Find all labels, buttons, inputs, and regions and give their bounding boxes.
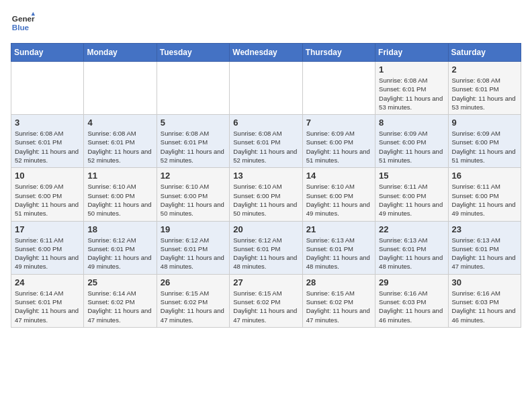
day-number: 24 (15, 277, 80, 287)
cell-info: Sunrise: 6:09 AMSunset: 6:00 PMDaylight:… (452, 129, 517, 165)
calendar-week-1: 1Sunrise: 6:08 AMSunset: 6:01 PMDaylight… (11, 62, 521, 115)
cell-info: Sunrise: 6:11 AMSunset: 6:00 PMDaylight:… (379, 182, 444, 218)
calendar-week-4: 17Sunrise: 6:11 AMSunset: 6:00 PMDayligh… (11, 221, 521, 274)
day-number: 28 (306, 277, 371, 287)
day-number: 30 (452, 277, 517, 287)
calendar-cell (302, 62, 375, 115)
cell-info: Sunrise: 6:10 AMSunset: 6:00 PMDaylight:… (161, 182, 226, 218)
calendar-cell: 25Sunrise: 6:14 AMSunset: 6:02 PMDayligh… (84, 274, 157, 327)
calendar-week-3: 10Sunrise: 6:09 AMSunset: 6:00 PMDayligh… (11, 168, 521, 221)
cell-info: Sunrise: 6:08 AMSunset: 6:01 PMDaylight:… (452, 76, 517, 111)
cell-info: Sunrise: 6:08 AMSunset: 6:01 PMDaylight:… (233, 129, 298, 165)
logo: General Blue (11, 11, 35, 35)
calendar-week-2: 3Sunrise: 6:08 AMSunset: 6:01 PMDaylight… (11, 115, 521, 168)
day-number: 11 (87, 171, 152, 181)
cell-info: Sunrise: 6:09 AMSunset: 6:00 PMDaylight:… (379, 129, 444, 165)
day-number: 23 (452, 224, 517, 234)
day-number: 21 (306, 224, 371, 234)
logo-icon: General Blue (11, 11, 35, 35)
day-number: 8 (379, 118, 444, 128)
page-header: General Blue (11, 11, 521, 35)
calendar-cell: 5Sunrise: 6:08 AMSunset: 6:01 PMDaylight… (157, 115, 229, 168)
calendar-header-row: SundayMondayTuesdayWednesdayThursdayFrid… (11, 44, 521, 62)
cell-info: Sunrise: 6:09 AMSunset: 6:00 PMDaylight:… (306, 129, 371, 165)
day-number: 7 (306, 118, 371, 128)
day-number: 25 (87, 277, 152, 287)
cell-info: Sunrise: 6:09 AMSunset: 6:00 PMDaylight:… (15, 182, 80, 218)
day-number: 18 (87, 224, 152, 234)
day-number: 4 (87, 118, 152, 128)
calendar-cell: 7Sunrise: 6:09 AMSunset: 6:00 PMDaylight… (302, 115, 375, 168)
cell-info: Sunrise: 6:13 AMSunset: 6:01 PMDaylight:… (379, 236, 444, 271)
cell-info: Sunrise: 6:10 AMSunset: 6:00 PMDaylight:… (87, 182, 152, 218)
day-number: 9 (452, 118, 517, 128)
calendar-cell: 12Sunrise: 6:10 AMSunset: 6:00 PMDayligh… (157, 168, 229, 221)
weekday-header-thursday: Thursday (302, 44, 375, 62)
day-number: 12 (161, 171, 226, 181)
calendar-cell: 29Sunrise: 6:16 AMSunset: 6:03 PMDayligh… (375, 274, 448, 327)
cell-info: Sunrise: 6:11 AMSunset: 6:00 PMDaylight:… (452, 182, 517, 218)
cell-info: Sunrise: 6:15 AMSunset: 6:02 PMDaylight:… (161, 289, 226, 324)
calendar-cell: 23Sunrise: 6:13 AMSunset: 6:01 PMDayligh… (448, 221, 521, 274)
calendar-cell: 6Sunrise: 6:08 AMSunset: 6:01 PMDaylight… (230, 115, 302, 168)
cell-info: Sunrise: 6:08 AMSunset: 6:01 PMDaylight:… (379, 76, 444, 111)
calendar-cell: 16Sunrise: 6:11 AMSunset: 6:00 PMDayligh… (448, 168, 521, 221)
calendar-cell: 1Sunrise: 6:08 AMSunset: 6:01 PMDaylight… (375, 62, 448, 115)
cell-info: Sunrise: 6:15 AMSunset: 6:02 PMDaylight:… (233, 289, 298, 324)
cell-info: Sunrise: 6:13 AMSunset: 6:01 PMDaylight:… (452, 236, 517, 271)
calendar-cell (230, 62, 302, 115)
calendar-cell: 24Sunrise: 6:14 AMSunset: 6:01 PMDayligh… (11, 274, 84, 327)
calendar-cell: 4Sunrise: 6:08 AMSunset: 6:01 PMDaylight… (84, 115, 157, 168)
day-number: 2 (452, 64, 517, 75)
calendar-cell: 13Sunrise: 6:10 AMSunset: 6:00 PMDayligh… (230, 168, 302, 221)
cell-info: Sunrise: 6:14 AMSunset: 6:01 PMDaylight:… (15, 289, 80, 324)
weekday-header-tuesday: Tuesday (157, 44, 229, 62)
day-number: 16 (452, 171, 517, 181)
calendar-cell: 8Sunrise: 6:09 AMSunset: 6:00 PMDaylight… (375, 115, 448, 168)
cell-info: Sunrise: 6:08 AMSunset: 6:01 PMDaylight:… (15, 129, 80, 165)
calendar-cell (11, 62, 84, 115)
day-number: 3 (15, 118, 80, 128)
day-number: 14 (306, 171, 371, 181)
day-number: 5 (161, 118, 226, 128)
day-number: 6 (233, 118, 298, 128)
day-number: 29 (379, 277, 444, 287)
cell-info: Sunrise: 6:10 AMSunset: 6:00 PMDaylight:… (306, 182, 371, 218)
weekday-header-sunday: Sunday (11, 44, 84, 62)
weekday-header-monday: Monday (84, 44, 157, 62)
calendar-cell: 18Sunrise: 6:12 AMSunset: 6:01 PMDayligh… (84, 221, 157, 274)
calendar-cell: 28Sunrise: 6:15 AMSunset: 6:02 PMDayligh… (302, 274, 375, 327)
day-number: 20 (233, 224, 298, 234)
cell-info: Sunrise: 6:11 AMSunset: 6:00 PMDaylight:… (15, 236, 80, 271)
cell-info: Sunrise: 6:14 AMSunset: 6:02 PMDaylight:… (87, 289, 152, 324)
weekday-header-wednesday: Wednesday (230, 44, 302, 62)
calendar-cell (84, 62, 157, 115)
weekday-header-friday: Friday (375, 44, 448, 62)
day-number: 17 (15, 224, 80, 234)
cell-info: Sunrise: 6:08 AMSunset: 6:01 PMDaylight:… (161, 129, 226, 165)
calendar-cell: 17Sunrise: 6:11 AMSunset: 6:00 PMDayligh… (11, 221, 84, 274)
calendar-cell: 14Sunrise: 6:10 AMSunset: 6:00 PMDayligh… (302, 168, 375, 221)
day-number: 22 (379, 224, 444, 234)
weekday-header-saturday: Saturday (448, 44, 521, 62)
calendar-cell: 2Sunrise: 6:08 AMSunset: 6:01 PMDaylight… (448, 62, 521, 115)
calendar-cell: 3Sunrise: 6:08 AMSunset: 6:01 PMDaylight… (11, 115, 84, 168)
calendar-cell: 10Sunrise: 6:09 AMSunset: 6:00 PMDayligh… (11, 168, 84, 221)
calendar-cell: 21Sunrise: 6:13 AMSunset: 6:01 PMDayligh… (302, 221, 375, 274)
cell-info: Sunrise: 6:12 AMSunset: 6:01 PMDaylight:… (87, 236, 152, 271)
day-number: 19 (161, 224, 226, 234)
calendar-cell: 9Sunrise: 6:09 AMSunset: 6:00 PMDaylight… (448, 115, 521, 168)
calendar-cell: 20Sunrise: 6:12 AMSunset: 6:01 PMDayligh… (230, 221, 302, 274)
cell-info: Sunrise: 6:13 AMSunset: 6:01 PMDaylight:… (306, 236, 371, 271)
day-number: 27 (233, 277, 298, 287)
cell-info: Sunrise: 6:12 AMSunset: 6:01 PMDaylight:… (233, 236, 298, 271)
calendar-cell: 22Sunrise: 6:13 AMSunset: 6:01 PMDayligh… (375, 221, 448, 274)
calendar-cell: 19Sunrise: 6:12 AMSunset: 6:01 PMDayligh… (157, 221, 229, 274)
calendar-cell: 11Sunrise: 6:10 AMSunset: 6:00 PMDayligh… (84, 168, 157, 221)
day-number: 15 (379, 171, 444, 181)
day-number: 10 (15, 171, 80, 181)
cell-info: Sunrise: 6:15 AMSunset: 6:02 PMDaylight:… (306, 289, 371, 324)
cell-info: Sunrise: 6:12 AMSunset: 6:01 PMDaylight:… (161, 236, 226, 271)
calendar-cell: 15Sunrise: 6:11 AMSunset: 6:00 PMDayligh… (375, 168, 448, 221)
calendar-cell: 27Sunrise: 6:15 AMSunset: 6:02 PMDayligh… (230, 274, 302, 327)
